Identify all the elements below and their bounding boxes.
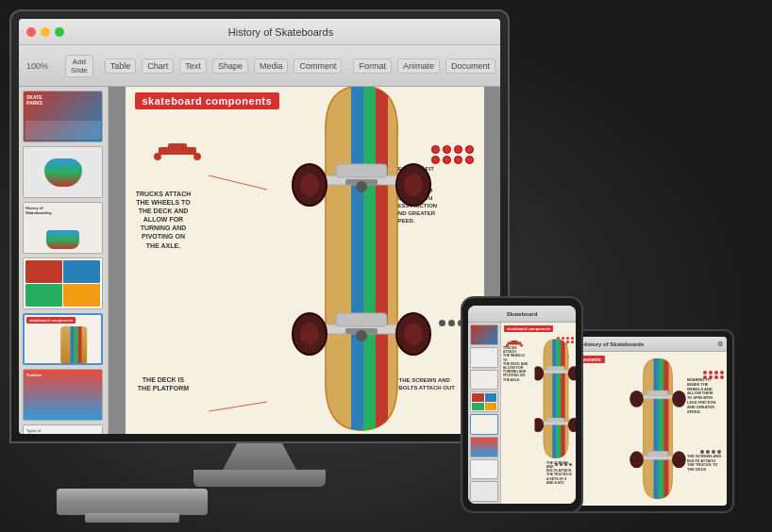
svg-rect-35 (658, 357, 663, 503)
svg-point-21 (356, 330, 367, 341)
phone-screws-label: THE SCREWS ANDBOLTS ATTACHTHE TRUCKS ISA… (546, 461, 575, 485)
svg-rect-38 (646, 391, 667, 396)
toolbar-table-btn[interactable]: Table (105, 58, 137, 74)
svg-point-23 (300, 323, 319, 345)
tablet-screws-label: THE SCREWS ANDBOLTS ATTACHTHE TRUCKS TOT… (687, 455, 725, 473)
toolbar-shape-btn[interactable]: Shape (212, 58, 248, 74)
main-content: SKATEPARKS H (19, 87, 500, 434)
zoom-label: 100% (26, 61, 48, 71)
svg-rect-34 (653, 357, 658, 503)
phone-thumb-8[interactable] (470, 481, 498, 502)
svg-point-25 (404, 323, 423, 345)
svg-rect-46 (511, 341, 517, 342)
slide-thumbnail-6[interactable]: Timeline (23, 369, 103, 421)
svg-point-55 (567, 366, 576, 380)
monitor: History of Skateboards 100% Add Slide Ta… (9, 9, 510, 490)
svg-rect-11 (336, 164, 387, 177)
phone-thumb-3[interactable] (470, 370, 498, 391)
svg-point-43 (629, 451, 644, 468)
mac-mini-foot (85, 513, 179, 523)
phone-thumb-5-active[interactable] (470, 414, 498, 435)
svg-rect-9 (376, 87, 388, 434)
phone-slide-title: skateboard components (504, 325, 553, 332)
slide-thumbnail-3[interactable]: History ofSkateboarding (23, 202, 103, 254)
svg-rect-51 (561, 338, 565, 462)
svg-rect-7 (351, 87, 363, 434)
slide-thumbnail-4[interactable] (23, 258, 103, 309)
toolbar-animate-btn[interactable]: Animate (397, 58, 440, 74)
title-bar: History of Skateboards (19, 19, 500, 45)
toolbar-format-btn[interactable]: Format (353, 58, 392, 74)
toolbar: 100% Add Slide Table Chart Text Shape Me… (19, 45, 500, 87)
mac-mini-body (57, 489, 208, 515)
minimize-button[interactable] (41, 27, 50, 37)
truck-icon-area (149, 136, 206, 177)
slide-panel[interactable]: SKATEPARKS H (19, 87, 109, 434)
phone-slide-panel[interactable] (468, 323, 501, 504)
tablet-bearing-dot (703, 371, 707, 374)
app-window: History of Skateboards 100% Add Slide Ta… (19, 19, 500, 434)
tablet-bearings-label: BEARING FITINSIDE THEWHEELS ANDALLOW THE… (687, 378, 725, 414)
phone-screen: Skateboard skateboard components (468, 306, 576, 504)
slide-thumbnail-2[interactable] (23, 146, 103, 198)
svg-rect-49 (552, 338, 557, 462)
phone-thumb-2[interactable] (470, 347, 498, 368)
svg-rect-19 (336, 313, 387, 326)
phone-thumb-1[interactable] (470, 324, 498, 345)
svg-point-13 (356, 181, 367, 192)
zoom-button[interactable] (55, 27, 64, 37)
tablet-bearing-dot (720, 371, 724, 374)
bearing-dot (465, 156, 474, 164)
svg-point-40 (672, 391, 686, 407)
slide-canvas-area[interactable]: skateboard components (109, 87, 500, 434)
slide-thumbnail-7[interactable]: Types ofSkateboards (23, 424, 103, 434)
svg-rect-47 (506, 344, 509, 347)
svg-point-17 (404, 174, 423, 196)
svg-rect-8 (363, 87, 376, 434)
phone-thumb-7[interactable] (470, 459, 498, 480)
svg-point-39 (629, 391, 644, 407)
svg-rect-36 (663, 357, 668, 503)
deck-label: THE DECK ISTHE PLATFORM (133, 375, 194, 392)
phone-title: Skateboard (472, 311, 572, 317)
slide-main: skateboard components (126, 87, 484, 434)
svg-rect-57 (546, 418, 564, 423)
phone-thumb-6[interactable] (470, 437, 498, 457)
phone-main-slide: skateboard components BEARING FITINSIDE … (501, 323, 576, 504)
tablet-bearing-dot (709, 371, 713, 374)
phone-board (534, 326, 576, 473)
svg-rect-3 (193, 153, 201, 160)
toolbar-document-btn[interactable]: Document (445, 58, 495, 74)
skateboard-image (267, 87, 456, 434)
window-title: History of Skateboards (228, 26, 333, 38)
svg-point-54 (534, 366, 544, 380)
toolbar-media-btn[interactable]: Media (254, 58, 289, 74)
svg-rect-50 (556, 338, 561, 462)
svg-rect-48 (520, 344, 523, 347)
monitor-screen: History of Skateboards 100% Add Slide Ta… (19, 19, 500, 434)
svg-rect-2 (154, 153, 161, 160)
monitor-stand (222, 443, 297, 472)
tablet-bearing-dot (714, 371, 718, 374)
svg-point-15 (300, 174, 319, 196)
monitor-frame: History of Skateboards 100% Add Slide Ta… (9, 9, 510, 443)
toolbar-text-btn[interactable]: Text (179, 58, 207, 74)
phone-content: skateboard components BEARING FITINSIDE … (468, 323, 576, 504)
toolbar-comment-btn[interactable]: Comment (294, 58, 342, 74)
slide-thumbnail-5[interactable]: skateboard components (23, 313, 103, 365)
trucks-label: TRUCKS ATTACHTHE WHEELS TOTHE DECK ANDAL… (133, 190, 194, 250)
phone-device: Skateboard skateboard components (461, 296, 583, 513)
svg-point-58 (534, 418, 544, 432)
phone-thumb-4[interactable] (470, 391, 498, 412)
svg-rect-53 (546, 366, 564, 371)
slide-title: skateboard components (135, 92, 280, 109)
svg-line-26 (209, 175, 267, 190)
phone-truck-icon (504, 338, 525, 356)
svg-point-44 (672, 451, 686, 468)
close-button[interactable] (26, 27, 36, 37)
toolbar-chart-btn[interactable]: Chart (142, 58, 174, 74)
svg-rect-42 (646, 451, 667, 457)
toolbar-add-btn[interactable]: Add Slide (65, 55, 93, 77)
tablet-board (627, 357, 688, 503)
slide-thumbnail-1[interactable]: SKATEPARKS (23, 91, 103, 142)
